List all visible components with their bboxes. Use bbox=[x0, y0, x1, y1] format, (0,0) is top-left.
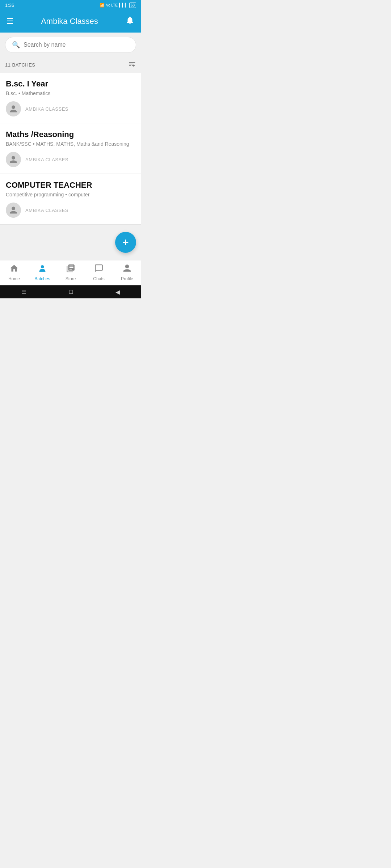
signal-bars-icon: ▎▎▎ bbox=[119, 3, 128, 8]
author-label: AMBIKA CLASSES bbox=[25, 208, 68, 213]
recent-apps-icon[interactable]: ☰ bbox=[21, 289, 26, 295]
home-system-icon[interactable]: □ bbox=[69, 289, 73, 295]
status-time: 1:36 bbox=[5, 3, 14, 8]
batch-author: AMBIKA CLASSES bbox=[6, 203, 135, 218]
store-icon bbox=[66, 264, 75, 275]
add-batch-fab-button[interactable]: + bbox=[115, 232, 136, 253]
avatar bbox=[6, 203, 21, 218]
batch-name: B.sc. I Year bbox=[6, 79, 135, 89]
hamburger-menu-icon[interactable]: ☰ bbox=[7, 17, 14, 26]
batch-meta: B.sc. • Mathematics bbox=[6, 90, 135, 96]
status-icons: 📶 Vo LTE ▎▎▎ 68 bbox=[100, 3, 136, 8]
author-label: AMBIKA CLASSES bbox=[25, 157, 68, 162]
batch-name: COMPUTER TEACHER bbox=[6, 180, 135, 190]
batch-card[interactable]: COMPUTER TEACHER Competitive programming… bbox=[0, 174, 141, 225]
batches-count-label: 11 BATCHES bbox=[5, 62, 35, 68]
nav-label-home: Home bbox=[8, 276, 20, 281]
nav-label-profile: Profile bbox=[121, 276, 133, 281]
status-bar: 1:36 📶 Vo LTE ▎▎▎ 68 bbox=[0, 0, 141, 10]
nav-item-profile[interactable]: Profile bbox=[116, 264, 138, 281]
chats-icon bbox=[94, 264, 104, 275]
batch-meta: Competitive programming • computer bbox=[6, 192, 135, 197]
batch-meta: BANK/SSC • MATHS, MATHS, Maths &and Reas… bbox=[6, 141, 135, 147]
batches-icon bbox=[38, 264, 47, 275]
avatar bbox=[6, 152, 21, 167]
nav-label-store: Store bbox=[66, 276, 76, 281]
signal-icon: Vo LTE bbox=[106, 3, 118, 7]
home-icon bbox=[9, 264, 19, 275]
nav-item-home[interactable]: Home bbox=[3, 264, 25, 281]
app-title: Ambika Classes bbox=[41, 17, 98, 26]
search-icon: 🔍 bbox=[12, 41, 20, 49]
batch-list: B.sc. I Year B.sc. • Mathematics AMBIKA … bbox=[0, 73, 141, 225]
wifi-icon: 📶 bbox=[100, 3, 105, 8]
profile-icon bbox=[122, 264, 132, 275]
nav-item-store[interactable]: Store bbox=[60, 264, 81, 281]
author-label: AMBIKA CLASSES bbox=[25, 106, 68, 112]
batch-author: AMBIKA CLASSES bbox=[6, 152, 135, 167]
search-input[interactable] bbox=[24, 42, 129, 48]
batch-card[interactable]: Maths /Reasoning BANK/SSC • MATHS, MATHS… bbox=[0, 123, 141, 174]
battery-icon: 68 bbox=[129, 3, 136, 8]
system-nav-bar: ☰ □ ◀ bbox=[0, 285, 141, 298]
fab-area: + bbox=[0, 225, 141, 260]
batch-name: Maths /Reasoning bbox=[6, 130, 135, 139]
nav-label-chats: Chats bbox=[93, 276, 104, 281]
top-bar: ☰ Ambika Classes bbox=[0, 10, 141, 33]
search-box[interactable]: 🔍 bbox=[5, 37, 136, 53]
batches-bar: 11 BATCHES bbox=[0, 57, 141, 73]
nav-item-chats[interactable]: Chats bbox=[88, 264, 110, 281]
search-container: 🔍 bbox=[0, 33, 141, 57]
svg-point-0 bbox=[41, 265, 44, 268]
back-icon[interactable]: ◀ bbox=[115, 289, 120, 295]
sort-icon[interactable] bbox=[128, 60, 136, 70]
batch-author: AMBIKA CLASSES bbox=[6, 101, 135, 116]
nav-label-batches: Batches bbox=[34, 276, 50, 281]
notifications-bell-icon[interactable] bbox=[125, 16, 135, 27]
nav-item-batches[interactable]: Batches bbox=[31, 264, 53, 281]
avatar bbox=[6, 101, 21, 116]
batch-card[interactable]: B.sc. I Year B.sc. • Mathematics AMBIKA … bbox=[0, 73, 141, 123]
bottom-navigation: Home Batches Store Chats bbox=[0, 260, 141, 285]
